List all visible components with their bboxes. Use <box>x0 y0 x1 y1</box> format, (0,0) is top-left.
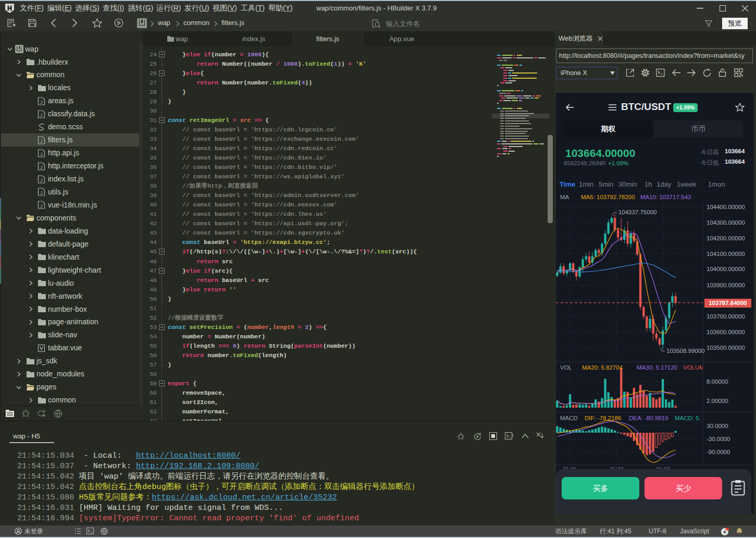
svg-text:J: J <box>40 177 43 182</box>
svg-text:J: J <box>40 203 43 209</box>
svg-text:J: J <box>40 138 43 143</box>
svg-text:103508.99000: 103508.99000 <box>666 348 705 354</box>
svg-text:J: J <box>40 99 43 104</box>
svg-text:J: J <box>40 151 43 156</box>
svg-text:J: J <box>40 164 43 169</box>
svg-text:J: J <box>40 112 43 117</box>
svg-text:J: J <box>40 190 43 195</box>
svg-text:104337.75000: 104337.75000 <box>618 209 657 215</box>
